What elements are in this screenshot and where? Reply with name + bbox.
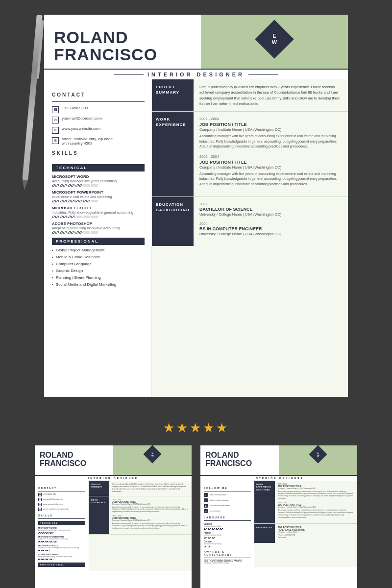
p-left-skills-title: SKILLS [38,514,85,517]
pen-clip [36,20,44,79]
p-left-contact-divider [38,491,85,491]
header-right: E W [201,15,348,69]
p-right-award-1-text: Company / Institute Name | USA [204,562,251,564]
contact-divider [52,101,145,102]
p-left-profile-label: PROFILESUMMARY [89,481,109,496]
title-line-right [248,74,278,75]
p-left-name: ROLANDFRANCISCO [40,451,108,468]
preview-row: ROLANDFRANCISCO EW INTERIOR DESIGNER CON… [0,445,392,588]
p-left-job-desc-2: Accounting manager with five years of ac… [112,522,189,530]
name-block: ROLAND FRANCISCO [54,29,191,64]
edu-school-2: University / College Name | USA (Washing… [199,232,342,236]
p-right-lang-en-level: reading, writing, talking [204,525,251,527]
p-left-skill-word-bars [38,532,85,534]
resume-body: CONTACT ☎ +123 4567 893 ✉ yourmail@domai… [44,79,348,397]
p-left-job-line-l [74,478,87,478]
work-section: WORKEXPERIENCE 2002 - 2004 JOB POSITION … [152,112,348,197]
p-right-ref-1: Job Position / Title REFERENCE FULL NAME… [278,526,354,539]
p-left-header-right: EW [113,445,192,475]
job-entry-1: 2002 - 2004 JOB POSITION / TITLE Company… [199,117,342,149]
p-left-job-line-r [140,478,152,478]
work-label: WORKEXPERIENCE [152,112,194,196]
skill-desc-excel: industries. Fully knowledgeable in gener… [52,211,145,214]
p-right-lang-fr-bars [204,537,251,539]
p-left-email: ✉ yourmail@domain.com [38,498,85,501]
p-right-awards-title: AWARDS &ACHIEVEMENT [204,550,251,556]
p-left-phone-icon: ☎ [38,493,42,496]
p-left-skill-ppt-bars [38,541,85,542]
skills-section-title: SKILLS [52,150,145,156]
stars-section: ★★★★★ [0,412,392,445]
p-right-work-label: WORKEXPERIENCECONTINUED [254,481,275,523]
p-left-profile-text: I am a professionally qualified fire eng… [112,483,189,493]
p-right-job-desc-2: Accounting manager with five years of ac… [278,509,354,519]
p-right-job-line-l [240,478,252,478]
p-right-lang-de-bars [204,546,251,547]
p-left-web-icon: ⊕ [38,503,42,506]
p-right-job-bar: INTERIOR DESIGNER [200,476,357,481]
p-right-job-desc-1: Accounting manager with five years of ac… [278,490,354,500]
p-right-fb-icon: f [204,493,208,497]
job-desc-1: Accounting manager with five years of ac… [199,134,342,149]
contact-address: ⊞ street, state/country, zip codewith co… [52,137,145,146]
p-left-body: CONTACT ☎ +123 4567 893 ✉ yourmail@domai… [35,481,192,571]
skill-desc-photoshop: Adept at implementing innovative account… [52,226,145,230]
address-icon: ⊞ [52,137,59,144]
contact-phone: ☎ +123 4567 893 [52,106,145,113]
phone-icon: ☎ [52,106,59,113]
p-left-profile-sec: PROFILESUMMARY I am a professionally qua… [89,481,192,496]
profile-text: I am a professionally qualified fire eng… [199,84,342,106]
p-left-job-co-1: Company / Institute Name | USA (Washingt… [112,503,189,505]
preview-card-right: ROLANDFRANCISCO EW INTERIOR DESIGNER FOL… [200,445,357,588]
skill-bars-photoshop [52,231,145,234]
pen-decoration [22,15,43,181]
job-title-bar: INTERIOR DESIGNER [44,70,348,79]
edu-degree-2: BS IN COMPUTER ENGINEER [199,226,342,231]
p-right-lang-title: LANGUAGE [204,516,251,519]
p-right-lang-fr-level: reading, writing, talking [204,534,251,536]
p-right-job-line-r [305,478,318,478]
p-right-lang-en-bars [204,528,251,530]
technical-label: TECHNICAL [52,164,145,172]
skill-name-word: MICROSOFT WORD [52,174,145,179]
profile-section: PROFILESUMMARY I am a professionally qua… [152,79,348,112]
p-right-monogram: EW [317,451,319,457]
profile-label: PROFILESUMMARY [152,79,194,111]
pro-skill-2: Mobile & Cloud Solutions [52,255,145,259]
p-left-skill-ppt-desc: experience in real estate and marketing [38,538,85,540]
p-right-tw-icon: t [204,498,208,502]
p-left-work-content: 2002 - 2004 JOB POSITION / TITLE Company… [109,496,192,534]
skill-bars-word [52,184,145,187]
p-right-ref-sec: REFERENCES Job Position / Title REFERENC… [254,524,357,543]
p-right-right-col: WORKEXPERIENCECONTINUED 2002 - 2004 JOB … [254,481,357,567]
pro-skill-3: Computer Language [52,262,145,266]
p-left-technical-label: TECHNICAL [38,521,85,525]
p-right-follow-fb: f adobe.com/username [204,493,251,497]
contact-section-title: CONTACT [52,92,145,98]
contact-email: ✉ yourmail@domain.com [52,116,145,123]
preview-card-left: ROLANDFRANCISCO EW INTERIOR DESIGNER CON… [35,445,192,588]
p-right-yt-icon: ▶ [204,504,208,508]
skill-desc-word: Accounting manager five years accounting [52,179,145,183]
monogram: E W [272,33,277,46]
website-icon: ⊕ [52,127,59,134]
skills-divider [52,160,145,160]
p-left-skills-divider [38,518,85,519]
education-section: EDUCATIONBACKGROUND 2002 BACHELOR OF SCI… [152,197,348,246]
p-right-follow-tw: t twitter.com/yourusername [204,498,251,502]
email-icon: ✉ [52,117,59,123]
p-right-name-block: ROLANDFRANCISCO [200,445,279,475]
header-left: ROLAND FRANCISCO [44,15,201,69]
p-left-contact-title: CONTACT [38,487,85,490]
pen-tip [22,180,28,190]
resume-name: ROLAND FRANCISCO [54,29,191,64]
p-right-follow-sky: @ sky.username [204,509,251,513]
diamond-logo: E W [255,20,294,58]
job-year-2: 2002 - 2004 [199,154,342,159]
p-left-right-col: PROFILESUMMARY I am a professionally qua… [89,481,192,571]
edu-year-2: 2004 [199,221,342,226]
star-rating: ★★★★★ [163,420,229,435]
p-right-ref-content: Job Position / Title REFERENCE FULL NAME… [275,524,357,543]
p-left-skill-excel-desc: industries. Fully knowledgeable in gener… [38,547,85,549]
job-desc-2: Accounting manager with five years of ac… [199,172,342,187]
